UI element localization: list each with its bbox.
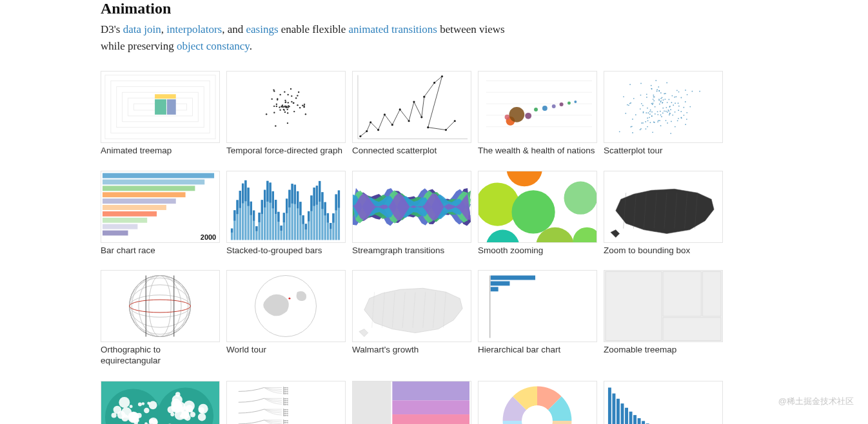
- svg-point-176: [645, 121, 646, 122]
- gallery-thumbnail[interactable]: [352, 171, 471, 243]
- svg-point-238: [630, 126, 631, 128]
- svg-point-191: [663, 99, 664, 101]
- svg-point-234: [632, 119, 633, 120]
- svg-point-150: [646, 93, 647, 95]
- svg-rect-248: [103, 224, 137, 229]
- svg-point-63: [277, 99, 278, 100]
- gallery-thumbnail[interactable]: [226, 171, 346, 243]
- svg-rect-484: [621, 403, 624, 424]
- svg-rect-384: [702, 272, 721, 316]
- svg-point-182: [666, 82, 667, 83]
- svg-point-162: [651, 111, 653, 113]
- svg-rect-292: [286, 198, 288, 213]
- svg-rect-383: [663, 272, 701, 316]
- svg-rect-475: [392, 381, 469, 401]
- svg-point-126: [671, 102, 673, 103]
- gallery-thumbnail[interactable]: [478, 71, 597, 143]
- svg-point-157: [647, 126, 648, 127]
- gallery-thumbnail[interactable]: [604, 171, 723, 243]
- svg-point-232: [657, 111, 658, 112]
- gallery-thumbnail[interactable]: [604, 270, 723, 342]
- svg-point-92: [509, 107, 524, 122]
- svg-point-55: [287, 93, 288, 95]
- svg-point-402: [130, 405, 133, 409]
- gallery-caption: The wealth & health of nations: [478, 146, 597, 157]
- svg-point-152: [659, 120, 660, 121]
- svg-point-61: [288, 106, 290, 107]
- gallery-thumbnail[interactable]: [101, 71, 220, 143]
- gallery-thumbnail[interactable]: [352, 381, 471, 424]
- svg-rect-483: [616, 399, 620, 424]
- svg-rect-278: [266, 180, 268, 201]
- gallery-thumbnail[interactable]: [478, 171, 597, 243]
- svg-point-19: [291, 95, 292, 97]
- gallery-caption: Orthographic to equirectangular: [101, 345, 220, 367]
- svg-point-231: [632, 132, 633, 133]
- svg-point-160: [660, 92, 662, 93]
- svg-point-184: [649, 113, 651, 115]
- svg-rect-296: [291, 184, 293, 204]
- svg-point-35: [297, 104, 298, 106]
- svg-point-108: [664, 93, 665, 94]
- gallery-card: Orthographic to equirectangular: [101, 270, 220, 367]
- svg-rect-266: [250, 201, 252, 215]
- svg-rect-276: [264, 189, 266, 207]
- svg-point-170: [669, 114, 670, 115]
- link-interpolators[interactable]: interpolators: [166, 23, 222, 35]
- gallery-thumbnail[interactable]: [352, 71, 471, 143]
- intro-text: enable flexible: [279, 23, 349, 35]
- svg-rect-481: [608, 388, 611, 424]
- svg-point-59: [284, 101, 286, 102]
- gallery-thumbnail[interactable]: [604, 381, 723, 424]
- svg-point-208: [652, 104, 653, 105]
- gallery-thumbnail[interactable]: [226, 71, 346, 143]
- svg-point-111: [640, 128, 642, 130]
- svg-point-217: [655, 113, 656, 115]
- svg-point-147: [660, 101, 662, 102]
- gallery-thumbnail[interactable]: [604, 71, 723, 143]
- svg-point-195: [647, 117, 648, 119]
- svg-point-127: [647, 120, 649, 121]
- svg-point-117: [625, 113, 626, 114]
- svg-point-420: [190, 412, 195, 417]
- svg-rect-252: [231, 228, 233, 232]
- svg-point-52: [286, 106, 287, 108]
- svg-rect-378: [491, 276, 535, 280]
- svg-point-193: [678, 110, 679, 111]
- gallery-thumbnail[interactable]: [352, 270, 471, 342]
- svg-point-67: [366, 130, 368, 132]
- gallery-thumbnail[interactable]: [101, 381, 220, 424]
- svg-rect-486: [629, 412, 633, 424]
- svg-point-39: [293, 102, 294, 103]
- link-animated-transitions[interactable]: animated transitions: [349, 23, 437, 35]
- svg-point-54: [287, 112, 288, 113]
- section-title: Animation: [101, 0, 767, 17]
- svg-point-228: [678, 105, 680, 106]
- svg-point-115: [660, 125, 662, 126]
- gallery-caption: Zoomable treemap: [604, 345, 723, 356]
- gallery-card: ItemItemItemItemItemItemItemItemItemItem…: [226, 381, 346, 424]
- svg-point-56: [288, 102, 289, 103]
- gallery-card: Zoomable treemap: [604, 270, 723, 367]
- svg-rect-300: [297, 191, 299, 207]
- svg-point-417: [112, 413, 117, 418]
- gallery-thumbnail[interactable]: [478, 270, 597, 342]
- svg-point-175: [657, 121, 658, 122]
- svg-rect-280: [269, 182, 271, 202]
- svg-point-16: [299, 107, 301, 108]
- svg-rect-298: [294, 184, 296, 204]
- svg-point-161: [664, 110, 665, 111]
- gallery-thumbnail[interactable]: 2000: [101, 171, 220, 243]
- link-object-constancy[interactable]: object constancy: [177, 40, 250, 52]
- svg-rect-240: [103, 173, 214, 178]
- svg-point-177: [655, 80, 656, 81]
- gallery-thumbnail[interactable]: [101, 270, 220, 342]
- gallery-thumbnail[interactable]: ItemItemItemItemItemItemItemItemItemItem…: [226, 381, 346, 424]
- link-data-join[interactable]: data join: [123, 23, 161, 35]
- svg-point-62: [283, 109, 284, 110]
- gallery-thumbnail[interactable]: [226, 270, 346, 342]
- gallery-thumbnail[interactable]: [478, 381, 597, 424]
- svg-point-113: [633, 98, 635, 99]
- link-easings[interactable]: easings: [246, 23, 278, 35]
- svg-text:Item: Item: [283, 414, 288, 417]
